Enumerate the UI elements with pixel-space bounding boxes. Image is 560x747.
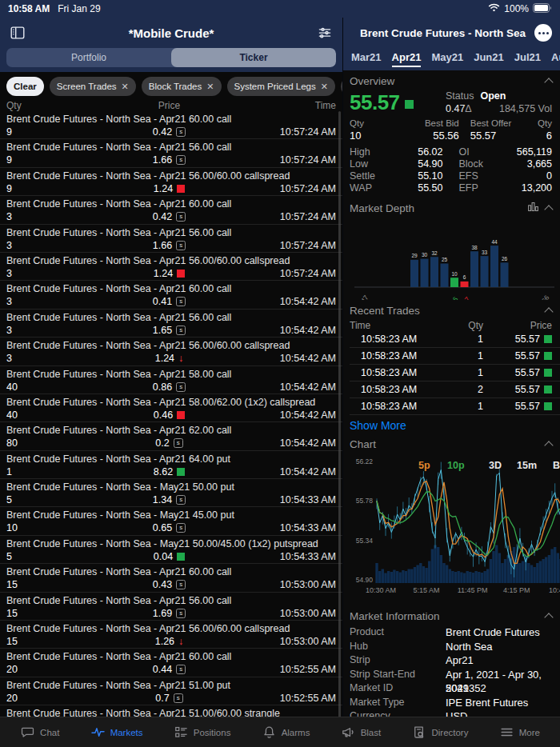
svg-text:30: 30 (422, 252, 428, 258)
table-row[interactable]: Brent Crude Futures - North Sea - May21 … (0, 536, 342, 564)
uptick-square-icon (544, 352, 552, 360)
market-info-value: 5049352 (446, 681, 486, 696)
recent-trade-row[interactable]: 10:58:23 AM255.57 (350, 381, 560, 398)
chart-control-b[interactable]: B (553, 460, 560, 471)
instrument-name: Brent Crude Futures - North Sea - May21 … (6, 481, 336, 493)
recent-trade-row[interactable]: 10:58:23 AM155.57 (350, 398, 560, 415)
more-options-icon[interactable] (534, 24, 552, 42)
down-arrow-icon: ↓ (178, 354, 183, 363)
table-row[interactable]: Brent Crude Futures - North Sea - May21 … (0, 479, 342, 507)
trade-time: 10:53:00 AM (260, 635, 336, 648)
market-information-section-header[interactable]: Market Information (350, 605, 560, 625)
bar-chart-icon[interactable] (527, 201, 539, 215)
table-row[interactable]: Brent Crude Futures - North Sea - Apr21 … (0, 111, 342, 139)
tab-bar-label: Directory (431, 728, 468, 737)
table-row[interactable]: Brent Crude Futures - North Sea - Apr21 … (0, 168, 342, 196)
stat-value: 0 (546, 170, 552, 182)
chart-section-header[interactable]: Chart (350, 433, 560, 453)
bottom-tab-bar: ChatMarketsPositionsAlarmsBlastDirectory… (0, 717, 560, 747)
recent-trade-qty: 2 (435, 384, 483, 395)
clear-filters-button[interactable]: Clear (6, 77, 44, 96)
svg-text:44: 44 (491, 239, 498, 245)
table-row[interactable]: Brent Crude Futures - North Sea - Apr21 … (0, 649, 342, 677)
chip-close-icon[interactable]: ✕ (122, 82, 129, 92)
instrument-name: Brent Crude Futures - North Sea - Apr21 … (6, 170, 336, 182)
recent-trade-price: 55.57 (515, 384, 540, 395)
filter-chip[interactable]: Options✕ (341, 77, 342, 96)
filter-chip-label: Screen Trades (57, 82, 117, 91)
recent-trade-row[interactable]: 10:58:23 AM155.57 (350, 331, 560, 348)
table-row[interactable]: Brent Crude Futures - North Sea - Apr21 … (0, 281, 342, 309)
table-row[interactable]: Brent Crude Futures - North Sea - Apr21 … (0, 422, 342, 450)
recent-trade-row[interactable]: 10:58:23 AM155.57 (350, 365, 560, 381)
chart-control-3d[interactable]: 3D (489, 460, 502, 471)
tab-bar-item-directory[interactable]: Directory (411, 725, 468, 740)
segment-portfolio[interactable]: Portfolio (6, 48, 171, 67)
chip-close-icon[interactable]: ✕ (206, 82, 214, 92)
table-row[interactable]: Brent Crude Futures - North Sea - May21 … (0, 507, 342, 535)
recent-trade-time: 10:58:23 AM (350, 384, 435, 395)
tab-bar-item-positions[interactable]: Positions (174, 725, 231, 740)
month-tab-aug21[interactable]: Aug21 (551, 51, 560, 67)
scroll-indicator[interactable] (338, 111, 341, 734)
table-row[interactable]: Brent Crude Futures - North Sea - Apr21 … (0, 451, 342, 479)
trade-price-group: 0.42s (78, 210, 260, 223)
table-row[interactable]: Brent Crude Futures - North Sea - Apr21 … (0, 225, 342, 253)
month-tab-jun21[interactable]: Jun21 (474, 51, 504, 67)
table-row[interactable]: Brent Crude Futures - North Sea - Apr21 … (0, 366, 342, 394)
recent-trade-row[interactable]: 10:58:23 AM155.57 (350, 348, 560, 365)
market-information-heading: Market Information (350, 610, 440, 622)
table-row[interactable]: Brent Crude Futures - North Sea - Apr21 … (0, 310, 342, 338)
chart-control-10p[interactable]: 10p (447, 460, 465, 471)
market-depth-section-header[interactable]: Market Depth (350, 196, 560, 218)
sidebar-toggle-icon[interactable] (8, 23, 27, 42)
table-row[interactable]: Brent Crude Futures - North Sea - Apr21 … (0, 394, 342, 422)
recent-trade-time: 10:58:23 AM (350, 334, 435, 345)
tab-bar-item-blast[interactable]: Blast (341, 725, 382, 740)
month-tab-jul21[interactable]: Jul21 (514, 51, 541, 67)
table-row[interactable]: Brent Crude Futures - North Sea - Apr21 … (0, 564, 342, 592)
tab-bar-item-more[interactable]: More (499, 725, 540, 740)
trade-qty: 9 (6, 182, 78, 195)
chart-control-5p[interactable]: 5p (418, 460, 430, 471)
market-info-row: Strip Start-EndApr 1, 2021 - Apr 30, 202… (350, 668, 552, 682)
month-tab-mar21[interactable]: Mar21 (351, 51, 382, 67)
table-row[interactable]: Brent Crude Futures - North Sea - Apr21 … (0, 253, 342, 281)
best-bid-offer-table: QtyBest BidBest OfferQty1055.5655.576 (350, 115, 560, 143)
price-chart-svg: 56.2255.7855.3454.9010:30 AM5:15 AM11:45… (350, 453, 560, 605)
trade-price-group: 0.44s (78, 663, 260, 676)
trade-price: 0.43 (153, 578, 172, 591)
instrument-name: Brent Crude Futures - North Sea - Apr21 … (6, 141, 336, 154)
segment-ticker[interactable]: Ticker (171, 48, 336, 67)
table-row[interactable]: Brent Crude Futures - North Sea - Apr21 … (0, 338, 342, 366)
table-row[interactable]: Brent Crude Futures - North Sea - Apr21 … (0, 593, 342, 621)
chevron-up-icon (544, 613, 553, 621)
tab-bar-item-chat[interactable]: Chat (20, 725, 59, 740)
chip-close-icon[interactable]: ✕ (321, 82, 328, 92)
overview-section-header[interactable]: Overview (350, 70, 560, 90)
month-tab-may21[interactable]: May21 (431, 51, 463, 67)
filter-settings-icon[interactable] (315, 23, 334, 42)
net-change: 0.47Δ (446, 103, 472, 114)
table-row[interactable]: Brent Crude Futures - North Sea - Apr21 … (0, 139, 342, 167)
filter-chip[interactable]: Block Trades✕ (142, 77, 222, 96)
trade-price: 1.69 (153, 607, 172, 620)
instrument-name: Brent Crude Futures - North Sea - Apr21 … (6, 254, 336, 267)
trade-price: 0.42 (153, 210, 172, 223)
show-more-link[interactable]: Show More (350, 415, 560, 433)
table-row[interactable]: Brent Crude Futures - North Sea - Apr21 … (0, 196, 342, 224)
recent-trades-section-header[interactable]: Recent Trades (350, 300, 560, 320)
trade-price: 1.65 (153, 324, 172, 337)
chevron-up-icon (544, 307, 553, 316)
recent-trades-list: 10:58:23 AM155.5710:58:23 AM155.5710:58:… (350, 331, 560, 415)
month-tab-apr21[interactable]: Apr21 (392, 51, 422, 67)
instrument-name: Brent Crude Futures - North Sea - May21 … (6, 537, 336, 550)
trade-price-group: 0.65s (78, 521, 260, 534)
chart-control-15m[interactable]: 15m (517, 460, 537, 471)
table-row[interactable]: Brent Crude Futures - North Sea - Apr21 … (0, 621, 342, 649)
tab-bar-item-markets[interactable]: Markets (90, 725, 143, 740)
filter-chip[interactable]: System Priced Legs✕ (227, 77, 335, 96)
table-row[interactable]: Brent Crude Futures - North Sea - Apr21 … (0, 677, 342, 705)
filter-chip[interactable]: Screen Trades✕ (50, 77, 136, 96)
tab-bar-item-alarms[interactable]: Alarms (262, 725, 310, 740)
